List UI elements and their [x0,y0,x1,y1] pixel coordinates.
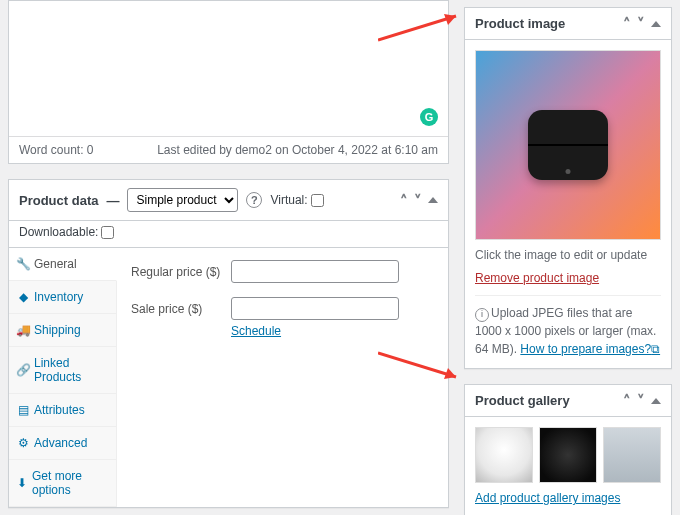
link-icon: 🔗 [17,363,29,377]
tab-linked-products[interactable]: 🔗Linked Products [9,347,116,394]
wrench-icon: 🔧 [17,257,29,271]
grammarly-icon[interactable]: G [420,108,438,126]
tab-shipping[interactable]: 🚚Shipping [9,314,116,347]
upload-info: iUpload JPEG files that are 1000 x 1000 … [475,295,661,358]
tab-get-more[interactable]: ⬇Get more options [9,460,116,507]
toggle-panel-icon[interactable] [651,398,661,404]
product-data-title: Product data [19,193,98,208]
toggle-panel-icon[interactable] [651,21,661,27]
last-edited: Last edited by demo2 on October 4, 2022 … [157,143,438,157]
move-up-icon[interactable]: ˄ [623,16,631,31]
tab-inventory[interactable]: ◆Inventory [9,281,116,314]
move-down-icon[interactable]: ˅ [637,393,645,408]
editor-content-area[interactable]: G [9,1,448,136]
move-up-icon[interactable]: ˄ [623,393,631,408]
downloadable-checkbox[interactable] [101,226,114,239]
main-editor-panel: G Word count: 0 Last edited by demo2 on … [8,0,449,164]
sale-price-label: Sale price ($) [131,302,231,316]
product-gallery-title: Product gallery [475,393,570,408]
info-icon: i [475,308,489,322]
regular-price-label: Regular price ($) [131,265,231,279]
schedule-link[interactable]: Schedule [231,324,281,338]
product-image-title: Product image [475,16,565,31]
product-type-select[interactable]: Simple product [127,188,238,212]
add-gallery-images-link[interactable]: Add product gallery images [475,491,620,505]
gallery-thumb-3[interactable] [603,427,661,483]
gallery-thumb-1[interactable] [475,427,533,483]
tab-general[interactable]: 🔧General [9,248,117,281]
move-up-icon[interactable]: ˄ [400,193,408,208]
help-icon[interactable]: ? [246,192,262,208]
product-data-tabs: 🔧General ◆Inventory 🚚Shipping 🔗Linked Pr… [9,248,117,507]
tab-advanced[interactable]: ⚙Advanced [9,427,116,460]
gear-icon: ⚙ [17,436,29,450]
sale-price-input[interactable] [231,297,399,320]
product-image-panel: Product image ˄ ˅ Click the image to edi… [464,7,672,369]
inventory-icon: ◆ [17,290,29,304]
virtual-checkbox[interactable] [311,194,324,207]
tab-attributes[interactable]: ▤Attributes [9,394,116,427]
regular-price-input[interactable] [231,260,399,283]
virtual-checkbox-wrap[interactable]: Virtual: [270,193,323,207]
gallery-thumbnails [475,427,661,483]
external-link-icon: ⧉ [651,342,660,356]
edit-image-hint: Click the image to edit or update [475,248,661,262]
truck-icon: 🚚 [17,323,29,337]
product-gallery-panel: Product gallery ˄ ˅ Add product gallery … [464,384,672,515]
gallery-thumb-2[interactable] [539,427,597,483]
toggle-panel-icon[interactable] [428,197,438,203]
editor-status-bar: Word count: 0 Last edited by demo2 on Oc… [9,136,448,163]
product-image-preview[interactable] [475,50,661,240]
remove-product-image-link[interactable]: Remove product image [475,271,599,285]
word-count: Word count: 0 [19,143,93,157]
list-icon: ▤ [17,403,29,417]
download-icon: ⬇ [17,476,27,490]
move-down-icon[interactable]: ˅ [637,16,645,31]
product-data-panel: Product data — Simple product ? Virtual:… [8,179,449,508]
downloadable-checkbox-wrap[interactable]: Downloadable: [19,225,438,239]
how-to-prepare-link[interactable]: How to prepare images?⧉ [520,342,660,356]
earbud-case-image [528,110,608,180]
move-down-icon[interactable]: ˅ [414,193,422,208]
product-data-fields: Regular price ($) Sale price ($) Schedul… [117,248,448,507]
